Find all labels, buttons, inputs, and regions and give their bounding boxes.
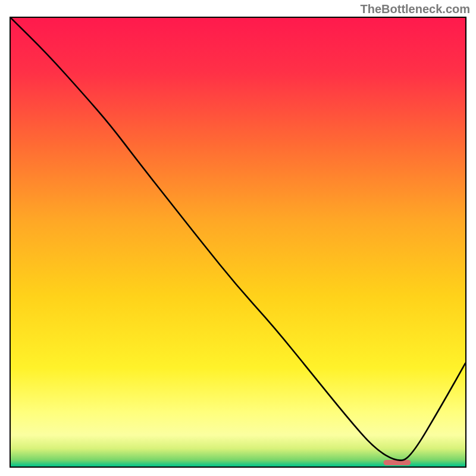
plot-frame — [10, 17, 466, 468]
attribution-text: TheBottleneck.com — [361, 2, 470, 16]
plot-svg — [11, 18, 465, 466]
chart-container: TheBottleneck.com — [0, 0, 476, 476]
gradient-background — [11, 18, 465, 466]
